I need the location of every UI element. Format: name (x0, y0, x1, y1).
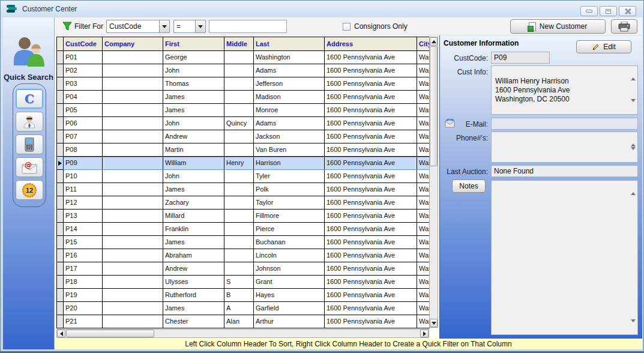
cell-city: Washington (417, 51, 430, 64)
cell-address: 1600 Pennsylvania Ave (325, 315, 417, 328)
phones-label: Phone#'s: (440, 134, 488, 142)
cell-address: 1600 Pennsylvania Ave (325, 302, 417, 315)
quick-search-contact-button[interactable] (16, 112, 43, 131)
table-row[interactable]: P10 John Tyler 1600 Pennsylvania Ave Was… (57, 170, 430, 183)
new-customer-button[interactable]: New Customer (510, 19, 606, 34)
table-row[interactable]: P20 James A Garfield 1600 Pennsylvania A… (57, 302, 430, 315)
column-header-city[interactable]: City (417, 37, 430, 51)
cell-address: 1600 Pennsylvania Ave (325, 183, 417, 196)
phones-box[interactable] (491, 131, 638, 163)
row-indicator (57, 157, 64, 170)
cell-first: Millard (163, 210, 224, 223)
cell-middle (224, 236, 254, 249)
cell-city: Washington (417, 157, 430, 170)
scroll-down-icon[interactable] (430, 319, 438, 327)
column-header-middle[interactable]: Middle (224, 37, 254, 51)
new-customer-label: New Customer (540, 22, 587, 31)
table-row[interactable]: P15 James Buchanan 1600 Pennsylvania Ave… (57, 236, 430, 249)
table-row[interactable]: P01 George Washington 1600 Pennsylvania … (57, 51, 430, 64)
cust-info-box[interactable]: William Henry Harrison 1600 Pennsylvania… (491, 65, 638, 115)
print-button[interactable] (611, 19, 637, 34)
cell-city: Washington (417, 143, 430, 157)
cell-last: Taylor (254, 196, 325, 210)
table-row[interactable]: P03 Thomas Jefferson 1600 Pennsylvania A… (57, 77, 430, 91)
cell-city: Washington (417, 196, 430, 210)
row-indicator (57, 143, 64, 157)
cell-first: Chester (163, 315, 224, 328)
cell-address: 1600 Pennsylvania Ave (325, 170, 417, 183)
vertical-scrollbar[interactable] (429, 37, 438, 328)
filter-field-select[interactable]: CustCode (106, 20, 170, 33)
table-row[interactable]: P19 Rutherford B Hayes 1600 Pennsylvania… (57, 289, 430, 302)
edit-label: Edit (603, 43, 616, 51)
edit-button[interactable]: Edit (576, 40, 631, 53)
cell-custcode: P14 (64, 223, 103, 236)
table-row[interactable]: P04 James Madison 1600 Pennsylvania Ave … (57, 91, 430, 104)
cell-address: 1600 Pennsylvania Ave (325, 196, 417, 210)
close-button[interactable] (619, 6, 636, 16)
table-row[interactable]: P17 Andrew Johnson 1600 Pennsylvania Ave… (57, 262, 430, 276)
horizontal-scrollbar[interactable] (56, 329, 429, 338)
email-field[interactable] (491, 118, 638, 130)
cell-last: Madison (254, 91, 325, 104)
table-row[interactable]: P05 James Monroe 1600 Pennsylvania Ave W… (57, 104, 430, 117)
horizontal-scroll-thumb[interactable] (66, 330, 154, 337)
cell-custcode: P12 (64, 196, 103, 210)
column-header-address[interactable]: Address (325, 37, 417, 51)
cell-city: Washington (417, 183, 430, 196)
table-row[interactable]: P18 Ulysses S Grant 1600 Pennsylvania Av… (57, 276, 430, 289)
table-row[interactable]: P14 Franklin Pierce 1600 Pennsylvania Av… (57, 223, 430, 236)
cell-first: Andrew (163, 262, 224, 276)
cell-first: Abraham (163, 249, 224, 262)
maximize-button[interactable] (600, 6, 617, 16)
column-header-custcode[interactable]: CustCode (64, 37, 103, 51)
quick-search-custcode-button[interactable]: C (16, 89, 43, 109)
minimize-button[interactable] (580, 6, 598, 16)
consignors-only-checkbox[interactable] (343, 23, 351, 31)
table-row[interactable]: P06 John Quincy Adams 1600 Pennsylvania … (57, 117, 430, 130)
table-row[interactable]: P07 Andrew Jackson 1600 Pennsylvania Ave… (57, 130, 430, 143)
scroll-down-icon[interactable] (631, 322, 636, 331)
filter-icon (62, 22, 72, 31)
table-row[interactable]: P02 John Adams 1600 Pennsylvania Ave Was… (57, 64, 430, 77)
scroll-down-icon[interactable] (631, 102, 636, 111)
row-indicator (57, 249, 64, 262)
filter-operator-select[interactable]: = (173, 20, 206, 33)
filter-for-label: Filter For (74, 17, 103, 35)
column-header-first[interactable]: First (163, 37, 224, 51)
scroll-up-icon[interactable] (631, 69, 636, 78)
cell-company (103, 104, 163, 117)
table-row[interactable]: P12 Zachary Taylor 1600 Pennsylvania Ave… (57, 196, 430, 210)
notes-label: Notes (459, 182, 478, 190)
quick-search-email-button[interactable]: @ (16, 157, 43, 177)
column-header-company[interactable]: Company (103, 37, 163, 51)
column-header-last[interactable]: Last (254, 37, 325, 51)
quick-search-number-button[interactable]: 12 (16, 180, 43, 200)
notes-box[interactable] (491, 180, 638, 335)
scroll-down-icon[interactable] (631, 150, 636, 159)
table-row[interactable]: P21 Chester Alan Arthur 1600 Pennsylvani… (57, 315, 430, 328)
table-row[interactable]: P13 Millard Fillmore 1600 Pennsylvania A… (57, 210, 430, 223)
table-row[interactable]: P09 William Henry Harrison 1600 Pennsylv… (57, 157, 430, 170)
filter-value-input[interactable] (209, 20, 287, 33)
chevron-down-icon (159, 20, 169, 32)
table-row[interactable]: P16 Abraham Lincoln 1600 Pennsylvania Av… (57, 249, 430, 262)
cell-city: Washington (417, 315, 430, 328)
cell-city: Washington (417, 276, 430, 289)
cell-last: Lincoln (254, 249, 325, 262)
cell-middle: S (224, 276, 254, 289)
table-row[interactable]: P11 James Polk 1600 Pennsylvania Ave Was… (57, 183, 430, 196)
row-indicator (57, 276, 64, 289)
scroll-left-icon[interactable] (57, 330, 65, 337)
cell-middle (224, 51, 254, 64)
scroll-right-icon[interactable] (420, 330, 429, 337)
scroll-up-icon[interactable] (631, 135, 636, 144)
scroll-up-icon[interactable] (430, 37, 438, 46)
email-at-icon: @ (21, 161, 38, 174)
notes-button[interactable]: Notes (452, 180, 486, 193)
table-row[interactable]: P08 Martin Van Buren 1600 Pennsylvania A… (57, 143, 430, 157)
cell-address: 1600 Pennsylvania Ave (325, 236, 417, 249)
vertical-scroll-thumb[interactable] (430, 46, 438, 166)
quick-search-phone-button[interactable] (16, 134, 43, 154)
scroll-up-icon[interactable] (631, 184, 636, 193)
